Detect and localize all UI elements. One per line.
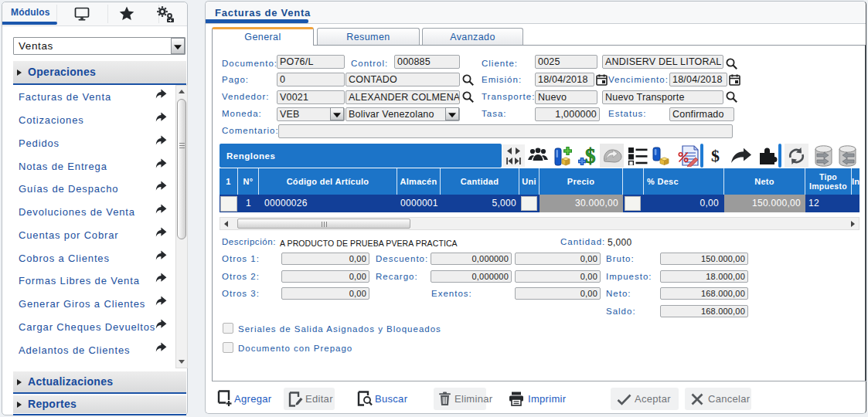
svg-text:$: $ <box>585 145 596 167</box>
